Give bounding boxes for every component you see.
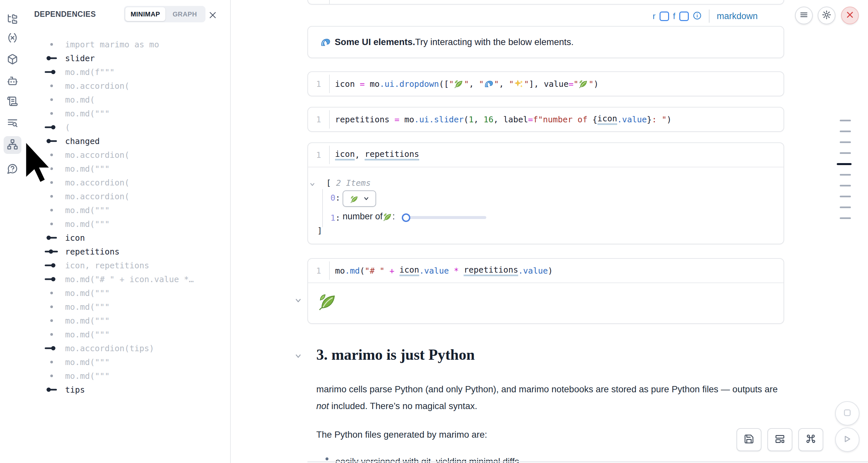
variables-button[interactable]: [4, 30, 21, 48]
code-cell-md-heading[interactable]: 1 mo.md("# " + icon.value * repetitions.…: [307, 258, 784, 324]
leaf-emoji: [383, 212, 392, 222]
dependency-item-label: mo.md(""": [65, 288, 110, 298]
dependency-item-label: slider: [65, 54, 95, 63]
icon-dropdown-widget[interactable]: [343, 190, 376, 207]
dependencies-button[interactable]: [4, 136, 21, 154]
scroll-dash[interactable]: [840, 174, 851, 176]
leaf-emoji: [454, 79, 464, 89]
scroll-dash[interactable]: [840, 185, 851, 186]
code-token: icon: [597, 114, 617, 125]
code-line[interactable]: icon, repetitions: [335, 149, 419, 160]
save-button[interactable]: [737, 428, 762, 451]
output-regular-text: Try interacting with the below elements.: [415, 37, 574, 48]
chevron-down-icon[interactable]: [309, 180, 315, 189]
dependency-item[interactable]: mo.md(""": [25, 328, 229, 341]
code-cell-repetitions-slider[interactable]: 1 repetitions = mo.ui.slider(1, 16, labe…: [307, 107, 784, 132]
checkbox-icon[interactable]: [679, 11, 689, 21]
dependency-item[interactable]: mo.md(""": [25, 106, 229, 120]
folder-tree-icon: [7, 13, 18, 26]
dependency-item[interactable]: mo.md(""": [25, 369, 229, 383]
code-cell-icon-dropdown[interactable]: 1 icon = mo.ui.dropdown(["", "", ""], va…: [307, 71, 784, 96]
dependency-item[interactable]: mo.md(""": [25, 217, 229, 231]
scroll-icon: [7, 96, 18, 108]
dependency-item[interactable]: mo.accordion(tips): [25, 341, 229, 355]
code-cell-tuple-output[interactable]: 1 icon, repetitions [ 2 Items 0: 1: numb…: [307, 143, 784, 244]
dependency-item[interactable]: repetitions: [25, 245, 229, 258]
scroll-dash[interactable]: [840, 152, 851, 154]
tab-graph[interactable]: GRAPH: [165, 7, 204, 21]
scroll-dash[interactable]: [840, 196, 851, 197]
scroll-dash-active[interactable]: [837, 163, 851, 165]
code-line[interactable]: icon = mo.ui.dropdown(["", "", ""], valu…: [335, 79, 598, 89]
tree-key-1: 1:: [331, 213, 340, 223]
dependency-item[interactable]: mo.accordion(: [25, 79, 229, 93]
menu-button[interactable]: [795, 7, 813, 24]
dependency-item[interactable]: import marimo as mo: [25, 37, 229, 51]
clipped-markdown-cell[interactable]: 1 Some UI elements. Try interacting with…: [307, 0, 784, 5]
layout-button[interactable]: [767, 428, 793, 451]
dependency-item[interactable]: mo.md(: [25, 93, 229, 106]
dependency-item[interactable]: (: [25, 120, 229, 134]
keyboard-shortcuts-button[interactable]: [798, 428, 823, 451]
dependency-item[interactable]: mo.md(""": [25, 314, 229, 328]
code-token: =: [528, 115, 533, 124]
outline-search-button[interactable]: [4, 115, 21, 132]
dependency-item[interactable]: icon: [25, 231, 229, 245]
code-line[interactable]: repetitions = mo.ui.slider(1, 16, label=…: [335, 114, 672, 125]
dependency-item[interactable]: mo.md(""": [25, 286, 229, 300]
wave-emoji: [335, 0, 345, 0]
dependency-item[interactable]: mo.md("# " + icon.value *…: [25, 272, 229, 286]
dependency-item-label: tips: [65, 385, 85, 395]
repetitions-slider-track[interactable]: [405, 216, 486, 219]
dependency-marker-out-icon: [44, 51, 59, 65]
code-token: ): [593, 79, 598, 89]
dependency-item[interactable]: icon, repetitions: [25, 258, 229, 272]
toolbar-r-toggle[interactable]: r: [653, 11, 656, 21]
dependency-item[interactable]: mo.accordion(: [25, 189, 229, 203]
file-explorer-button[interactable]: [4, 11, 21, 29]
code-token: .ui.slider: [414, 115, 464, 124]
chevron-down-icon[interactable]: [294, 352, 302, 361]
scroll-dash[interactable]: [840, 142, 851, 143]
dependency-item[interactable]: tips: [25, 383, 229, 397]
scroll-dash[interactable]: [840, 207, 851, 208]
dependency-item-label: mo.md(""": [65, 371, 110, 381]
dependency-item[interactable]: mo.md(""": [25, 355, 229, 369]
checkbox-icon[interactable]: [659, 11, 669, 21]
cell-toolbar: r f markdown: [653, 9, 757, 23]
panel-close-button[interactable]: [209, 11, 217, 19]
info-icon[interactable]: [693, 11, 702, 21]
scroll-dash[interactable]: [840, 120, 851, 121]
scratchpad-button[interactable]: [4, 93, 21, 111]
markdown-output: Some UI elements. Try interacting with t…: [308, 27, 783, 58]
run-button[interactable]: [835, 428, 860, 452]
tab-minimap[interactable]: MINIMAP: [125, 7, 165, 21]
toolbar-f-toggle[interactable]: f: [673, 11, 675, 21]
dependency-item[interactable]: mo.md(""": [25, 203, 229, 217]
code-token: Some UI elements.: [350, 0, 434, 0]
scroll-dash[interactable]: [840, 217, 851, 219]
dependency-marker-dot-icon: [44, 369, 59, 383]
scroll-dash[interactable]: [840, 130, 851, 132]
dependency-item[interactable]: mo.md(""": [25, 300, 229, 314]
dependency-item[interactable]: slider: [25, 51, 229, 65]
settings-button[interactable]: [818, 7, 835, 24]
line-number: 1: [308, 150, 329, 160]
chevron-down-icon[interactable]: [294, 297, 302, 306]
dependency-marker-out-icon: [44, 383, 59, 397]
dependency-item[interactable]: mo.md(f""": [25, 65, 229, 79]
repetitions-slider-thumb[interactable]: [402, 213, 410, 222]
packages-button[interactable]: [4, 51, 21, 69]
shutdown-button[interactable]: [841, 7, 859, 24]
ai-assistant-button[interactable]: [4, 73, 21, 90]
code-token: .value: [419, 266, 449, 276]
cell-language-label[interactable]: markdown: [717, 11, 758, 21]
code-line[interactable]: mo.md("# " + icon.value * repetitions.va…: [335, 265, 553, 276]
leaf-emoji: [579, 79, 588, 89]
close-icon: [209, 14, 217, 20]
stop-button[interactable]: [835, 401, 860, 426]
help-button[interactable]: [4, 160, 21, 178]
dependencies-panel: DEPENDENCIES MINIMAP GRAPH import marimo…: [25, 0, 231, 463]
code-token: .md: [345, 266, 360, 276]
code-token: "# ": [365, 266, 389, 276]
